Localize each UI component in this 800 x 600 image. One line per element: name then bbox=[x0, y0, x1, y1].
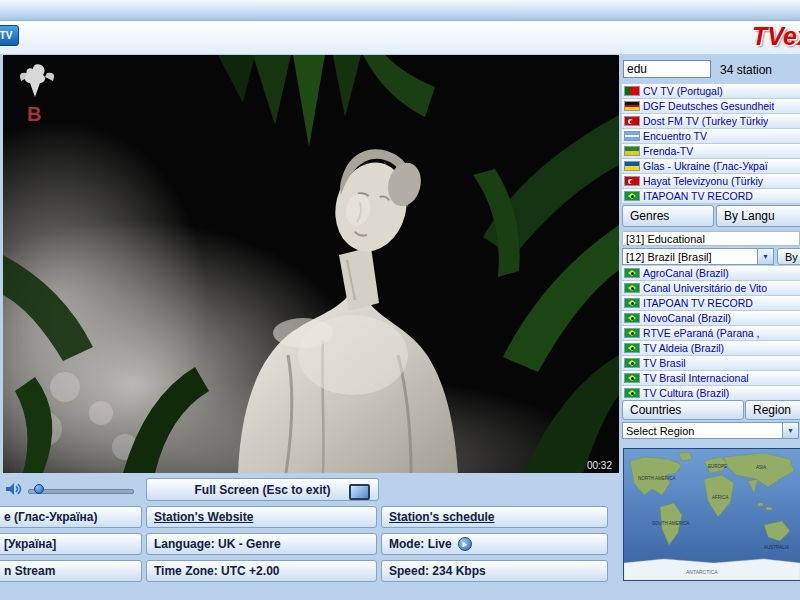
station-schedule-button[interactable]: Station's schedule bbox=[381, 506, 608, 528]
chevron-down-icon[interactable]: ▼ bbox=[782, 423, 798, 438]
mode-live-label: Mode: Live bbox=[389, 537, 452, 551]
svg-text:NORTH AMERICA: NORTH AMERICA bbox=[638, 476, 675, 481]
ukraine-flag-icon bbox=[624, 161, 640, 171]
station-label: Encuentro TV bbox=[643, 130, 707, 142]
genres-button[interactable]: Genres bbox=[622, 205, 714, 227]
video-timestamp: 00:32 bbox=[587, 460, 612, 471]
green-yellow-flag-icon bbox=[624, 146, 640, 156]
station-label: NovoCanal (Brazil) bbox=[643, 312, 731, 324]
brazil-station-list: AgroCanal (Brazil)Canal Universitário de… bbox=[622, 266, 800, 401]
region-tab-label: Region bbox=[753, 403, 791, 417]
country-dropdown[interactable]: [12] Brazil [Brasil] ▼ bbox=[622, 248, 774, 265]
brazil-station-list-item[interactable]: TV Brasil bbox=[622, 356, 800, 371]
timezone-button[interactable]: Time Zone: UTC +2.00 bbox=[146, 560, 377, 582]
fullscreen-label: Full Screen (Esc to exit) bbox=[194, 483, 330, 497]
genre-selected-label: [31] Educational bbox=[626, 233, 705, 245]
monitor-icon bbox=[349, 484, 370, 500]
by-language-button[interactable]: By Langu bbox=[716, 205, 800, 227]
world-map-image: NORTH AMERICA SOUTH AMERICA EUROPE AFRIC… bbox=[624, 449, 800, 580]
app-logo: TVexe bbox=[752, 22, 800, 51]
svg-text:AFRICA: AFRICA bbox=[712, 495, 729, 500]
country-name-button[interactable]: [Украïна] bbox=[0, 533, 142, 555]
speaker-icon[interactable] bbox=[6, 482, 24, 498]
station-website-button[interactable]: Station's Website bbox=[146, 506, 377, 528]
brazil-flag-icon bbox=[624, 313, 640, 323]
language-genre-label: Language: UK - Genre bbox=[154, 537, 281, 551]
region-dropdown[interactable]: Select Region ▼ bbox=[622, 422, 799, 439]
country-name-label: [Украïна] bbox=[4, 537, 56, 551]
titlebar[interactable] bbox=[0, 0, 800, 21]
open-stream-button[interactable]: n Stream bbox=[0, 560, 142, 582]
country-dropdown-value: [12] Brazil [Brasil] bbox=[626, 251, 712, 263]
turkey-flag-icon bbox=[624, 116, 640, 126]
station-list-item[interactable]: DGF Deutsches Gesundheit bbox=[622, 99, 800, 114]
station-label: Dost FM TV (Turkey Türkiy bbox=[643, 115, 768, 127]
brazil-station-list-item[interactable]: TV Cultura (Brazil) bbox=[622, 386, 800, 401]
svg-text:B: B bbox=[27, 103, 41, 125]
station-label: CV TV (Portugal) bbox=[643, 85, 723, 97]
brazil-flag-icon bbox=[624, 191, 640, 201]
svg-text:EUROPE: EUROPE bbox=[708, 464, 727, 469]
station-list-item[interactable]: Hayat Televizyonu (Türkiy bbox=[622, 174, 800, 189]
region-dropdown-value: Select Region bbox=[626, 425, 695, 437]
station-label: TV Aldeia (Brazil) bbox=[643, 342, 724, 354]
station-list: CV TV (Portugal)DGF Deutsches Gesundheit… bbox=[622, 84, 800, 204]
search-input[interactable] bbox=[623, 60, 711, 78]
world-map[interactable]: NORTH AMERICA SOUTH AMERICA EUROPE AFRIC… bbox=[623, 448, 800, 581]
brazil-station-list-item[interactable]: ITAPOAN TV RECORD bbox=[622, 296, 800, 311]
station-label: Frenda-TV bbox=[643, 145, 693, 157]
genres-label: Genres bbox=[630, 209, 669, 223]
language-genre-button[interactable]: Language: UK - Genre bbox=[146, 533, 377, 555]
station-label: RTVE eParaná (Parana , bbox=[643, 327, 760, 339]
station-name-button[interactable]: е (Глас-Украïна) bbox=[0, 506, 142, 528]
volume-slider-thumb[interactable] bbox=[34, 484, 44, 494]
by-button-label: By bbox=[785, 251, 798, 263]
countries-tab-label: Countries bbox=[630, 403, 681, 417]
brazil-flag-icon bbox=[624, 283, 640, 293]
brazil-station-list-item[interactable]: Canal Universitário de Vito bbox=[622, 281, 800, 296]
station-label: ITAPOAN TV RECORD bbox=[643, 190, 753, 202]
brazil-flag-icon bbox=[624, 358, 640, 368]
station-list-item[interactable]: Glas - Ukraine (Глас-Украï bbox=[622, 159, 800, 174]
station-label: Hayat Televizyonu (Türkiy bbox=[643, 175, 763, 187]
open-stream-label: n Stream bbox=[4, 564, 55, 578]
station-label: AgroCanal (Brazil) bbox=[643, 267, 729, 279]
station-list-item[interactable]: Frenda-TV bbox=[622, 144, 800, 159]
tab-countries[interactable]: Countries bbox=[622, 400, 744, 420]
brazil-station-list-item[interactable]: TV Aldeia (Brazil) bbox=[622, 341, 800, 356]
station-list-item[interactable]: ITAPOAN TV RECORD bbox=[622, 189, 800, 204]
tab-region[interactable]: Region bbox=[745, 400, 800, 420]
station-list-item[interactable]: Encuentro TV bbox=[622, 129, 800, 144]
brazil-flag-icon bbox=[624, 298, 640, 308]
station-label: DGF Deutsches Gesundheit bbox=[643, 100, 774, 112]
mode-live-button[interactable]: Mode: Live ▸ bbox=[381, 533, 608, 555]
station-name-label: е (Глас-Украïна) bbox=[4, 510, 97, 524]
by-language-label: By Langu bbox=[724, 209, 775, 223]
turkey-flag-icon bbox=[624, 176, 640, 186]
svg-text:ASIA: ASIA bbox=[756, 465, 766, 470]
station-label: TV Cultura (Brazil) bbox=[643, 387, 729, 399]
station-label: TV Brasil bbox=[643, 357, 686, 369]
brazil-station-list-item[interactable]: RTVE eParaná (Parana , bbox=[622, 326, 800, 341]
app-window: TV TVexe bbox=[0, 0, 800, 600]
brazil-station-list-item[interactable]: NovoCanal (Brazil) bbox=[622, 311, 800, 326]
brazil-station-list-item[interactable]: AgroCanal (Brazil) bbox=[622, 266, 800, 281]
station-list-item[interactable]: CV TV (Portugal) bbox=[622, 84, 800, 99]
brazil-flag-icon bbox=[624, 373, 640, 383]
station-schedule-label: Station's schedule bbox=[389, 510, 495, 524]
brazil-flag-icon bbox=[624, 268, 640, 278]
fullscreen-button[interactable]: Full Screen (Esc to exit) bbox=[146, 478, 379, 501]
timezone-label: Time Zone: UTC +2.00 bbox=[154, 564, 279, 578]
speed-button[interactable]: Speed: 234 Kbps bbox=[381, 560, 608, 582]
header-strip bbox=[0, 21, 800, 54]
by-button[interactable]: By bbox=[777, 248, 800, 265]
genre-selected-row[interactable]: [31] Educational bbox=[622, 231, 800, 246]
brazil-station-list-item[interactable]: TV Brasil Internacional bbox=[622, 371, 800, 386]
chevron-down-icon[interactable]: ▼ bbox=[757, 249, 773, 264]
portugal-flag-icon bbox=[624, 86, 640, 96]
station-list-item[interactable]: Dost FM TV (Turkey Türkiy bbox=[622, 114, 800, 129]
video-player[interactable]: B 00:32 bbox=[3, 55, 619, 473]
station-label: Canal Universitário de Vito bbox=[643, 282, 767, 294]
app-icon: TV bbox=[0, 25, 19, 46]
svg-text:AUSTRALIA: AUSTRALIA bbox=[764, 545, 789, 550]
